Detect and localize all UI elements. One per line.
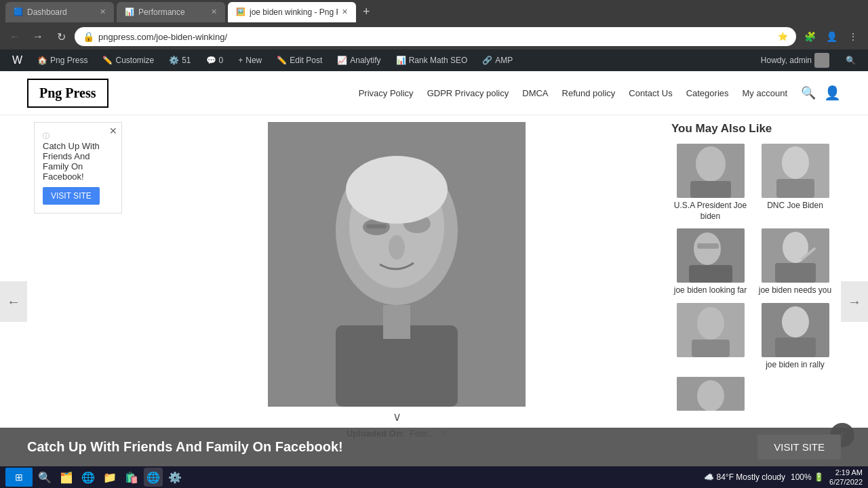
wp-howdy[interactable]: Howdy, admin [754, 49, 836, 71]
nav-contact[interactable]: Contact Us [629, 88, 672, 98]
wp-admin-right: Howdy, admin 🔍 [754, 49, 863, 71]
updates-count: 51 [182, 56, 191, 65]
related-item-2[interactable]: DNC Joe Biden [756, 144, 834, 222]
wp-analytify[interactable]: 📈 Analytify [330, 49, 387, 71]
related-label-1: U.S.A President Joe biden [671, 201, 749, 222]
search-icon[interactable]: 🔍 [801, 85, 816, 100]
main-image: joe biden winking [268, 122, 526, 407]
taskbar-edge[interactable]: 🌐 [79, 468, 98, 487]
related-items-grid: U.S.A President Joe biden DNC Joe Biden [671, 144, 834, 413]
ad-visit-button[interactable]: VISIT SITE [43, 187, 100, 205]
edit-post-icon: ✏️ [277, 56, 287, 65]
new-tab-button[interactable]: + [359, 5, 374, 19]
related-item-7[interactable] [671, 377, 749, 413]
svg-rect-30 [775, 338, 816, 357]
svg-rect-8 [383, 305, 410, 339]
related-item-3[interactable]: joe biden looking far [671, 228, 749, 296]
amp-label: AMP [495, 56, 513, 65]
taskbar-battery: 100% 🔋 [791, 472, 824, 482]
taskbar-time[interactable]: 2:19 AM 6/27/2022 [829, 468, 863, 487]
menu-button[interactable]: ⋮ [844, 27, 863, 46]
analytify-icon: 📈 [337, 56, 347, 65]
nav-dmca[interactable]: DMCA [522, 88, 548, 98]
site-logo[interactable]: Png Press [27, 79, 108, 108]
wp-comments[interactable]: 💬 0 [199, 49, 231, 71]
wp-rank-math[interactable]: 📊 Rank Math SEO [389, 49, 475, 71]
browser-action-buttons: 🧩 👤 ⋮ [800, 27, 863, 46]
wp-amp[interactable]: 🔗 AMP [475, 49, 519, 71]
new-icon: + [238, 56, 243, 65]
tab-close-performance[interactable]: ✕ [211, 7, 217, 16]
related-thumb-2 [762, 144, 829, 198]
taskbar-file-explorer[interactable]: 📁 [100, 468, 119, 487]
wp-new[interactable]: + New [231, 49, 269, 71]
profile-button[interactable]: 👤 [822, 27, 841, 46]
bottom-ad-visit-button[interactable]: VISIT SITE [757, 434, 841, 460]
reload-button[interactable]: ↻ [52, 27, 71, 46]
tab-performance[interactable]: 📊 Performance ✕ [117, 2, 225, 22]
rank-math-icon: 📊 [396, 56, 406, 65]
related-item-6[interactable]: joe biden in rally [756, 303, 834, 371]
bottom-ad-title: Catch Up With Friends And Family On Face… [27, 439, 343, 455]
nav-gdpr[interactable]: GDPR Privacy policy [427, 88, 509, 98]
taskbar-chrome[interactable]: 🌐 [144, 468, 163, 487]
wordpress-icon: W [12, 54, 22, 66]
url-text: pngpress.com/joe-biden-winking/ [98, 32, 774, 42]
taskbar-store[interactable]: 🛍️ [122, 468, 141, 487]
comments-icon: 💬 [206, 56, 216, 65]
taskbar-settings[interactable]: ⚙️ [165, 468, 184, 487]
forward-button[interactable]: → [28, 27, 47, 46]
scroll-down-chevron[interactable]: ∨ [393, 409, 401, 424]
related-item-4[interactable]: joe biden needs you [756, 228, 834, 296]
related-item-1[interactable]: U.S.A President Joe biden [671, 144, 749, 222]
svg-rect-23 [775, 263, 816, 283]
svg-rect-16 [776, 179, 814, 198]
nav-categories[interactable]: Categories [686, 88, 729, 98]
taskbar-task-view[interactable]: 🗂️ [57, 468, 76, 487]
start-button[interactable]: ⊞ [5, 468, 33, 487]
svg-point-15 [782, 146, 809, 179]
svg-rect-20 [697, 243, 719, 249]
wp-search-admin[interactable]: 🔍 [839, 49, 863, 71]
analytify-label: Analytify [350, 56, 380, 65]
related-item-5[interactable] [671, 303, 749, 371]
nav-refund[interactable]: Refund policy [562, 88, 616, 98]
wp-site-name[interactable]: 🏠 Png Press [31, 49, 94, 71]
nav-my-account[interactable]: My account [743, 88, 787, 98]
browser-tab-bar: 🟦 Dashboard ✕ 📊 Performance ✕ 🖼️ joe bid… [0, 0, 868, 24]
edit-post-label: Edit Post [290, 56, 322, 65]
taskbar-search[interactable]: 🔍 [35, 468, 54, 487]
next-arrow[interactable]: → [841, 281, 868, 322]
prev-arrow[interactable]: ← [0, 281, 27, 322]
wp-customize[interactable]: ✏️ Customize [96, 49, 161, 71]
wp-admin-bar: W 🏠 Png Press ✏️ Customize ⚙️ 51 💬 0 + N… [0, 49, 868, 71]
tab-active[interactable]: 🖼️ joe biden winking - Png Press pr... ✕ [228, 2, 356, 22]
nav-privacy-policy[interactable]: Privacy Policy [359, 88, 414, 98]
rank-math-label: Rank Math SEO [409, 56, 468, 65]
taskbar-weather[interactable]: ☁️ 84°F Mostly cloudy [704, 472, 786, 482]
site-header-icons: 🔍 👤 [801, 85, 841, 101]
wp-site-icon: 🏠 [37, 56, 47, 65]
user-icon[interactable]: 👤 [824, 85, 841, 101]
tab-close-dashboard[interactable]: ✕ [100, 7, 106, 16]
wp-edit-post[interactable]: ✏️ Edit Post [270, 49, 329, 71]
address-bar[interactable]: 🔒 pngpress.com/joe-biden-winking/ ⭐ [75, 27, 796, 46]
tab-close-active[interactable]: ✕ [342, 7, 348, 16]
windows-icon: ⊞ [15, 472, 23, 483]
date-text: 6/27/2022 [829, 477, 863, 487]
tab-dashboard[interactable]: 🟦 Dashboard ✕ [5, 2, 114, 22]
battery-text: 100% [791, 472, 812, 482]
wp-updates[interactable]: ⚙️ 51 [162, 49, 197, 71]
extensions-button[interactable]: 🧩 [800, 27, 819, 46]
you-may-also-like-title: You May Also Like [671, 122, 834, 136]
related-thumb-4 [762, 228, 829, 283]
svg-rect-27 [692, 340, 730, 357]
related-label-6: joe biden in rally [766, 360, 825, 371]
ad-close-button[interactable]: ✕ [109, 125, 117, 136]
related-thumb-3 [677, 228, 745, 283]
customize-icon: ✏️ [102, 56, 113, 65]
back-button[interactable]: ← [5, 27, 24, 46]
wp-logo-item[interactable]: W [5, 49, 29, 71]
svg-point-6 [346, 156, 448, 224]
new-label: New [245, 56, 262, 65]
